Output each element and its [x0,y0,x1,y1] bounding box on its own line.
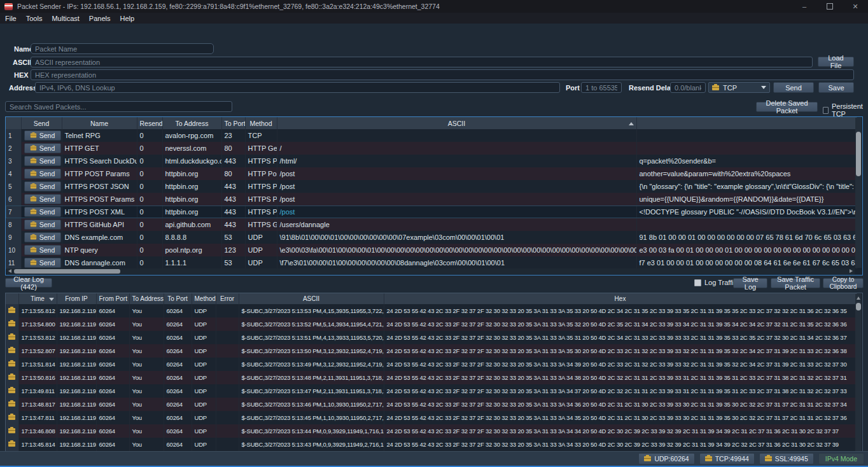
delete-saved-packet-button[interactable]: Delete Saved Packet [756,102,818,112]
send-cell[interactable]: Send [21,244,62,256]
menu-tools[interactable]: Tools [26,15,43,22]
row-send-button[interactable]: Send [24,156,61,166]
saved-vertical-scrollbar[interactable] [855,118,862,268]
cell-to-port[interactable]: 60264 [164,371,192,384]
cell-to-port[interactable]: 60264 [164,424,192,438]
cell-ascii[interactable]: /post [277,193,636,206]
cell-error[interactable] [216,331,239,344]
log-row[interactable]: 17:13:48.817192.168.2.11960264You60264UD… [6,398,857,411]
cell-to-port[interactable]: 60264 [164,438,192,451]
cell-from-port[interactable]: 60264 [96,398,129,411]
cell-from-ip[interactable]: 192.168.2.119 [57,331,96,344]
log-col-header-ascii[interactable]: ASCII [239,293,384,304]
packet-name-input[interactable] [31,43,214,54]
cell-time[interactable]: 17:13:52.807 [18,344,57,358]
cell-to-port[interactable]: 443 [221,180,245,193]
cell-method[interactable]: HTTPS Post [245,155,277,167]
send-cell[interactable]: Send [21,231,62,244]
cell-from-ip[interactable]: 192.168.2.119 [57,358,96,371]
cell-to-address[interactable]: api.github.com [162,218,221,231]
cell-time[interactable]: 17:13:55.812 [18,304,57,317]
cell-name[interactable]: DNS example.com [62,231,137,244]
log-row-icon-cell[interactable] [6,371,18,384]
cell-to-address[interactable]: 1.1.1.1 [162,256,221,269]
cell-to-port[interactable]: 60264 [164,411,192,424]
cell-from-port[interactable]: 60264 [96,371,129,384]
row-number[interactable]: 1 [6,129,21,142]
cell-ascii[interactable]: /html/ [277,155,636,167]
saved-col-header-ascii[interactable]: ASCII [277,117,636,129]
saved-packet-row[interactable]: 8SendHTTPS GitHub API0api.github.com443H… [6,218,857,231]
cell-to-port[interactable]: 53 [221,231,245,244]
port-input[interactable] [581,82,622,93]
cell-method[interactable]: UDP [192,411,216,424]
log-row-icon-cell[interactable] [6,438,18,451]
cell-name[interactable]: HTTPS GitHub API [62,218,137,231]
log-row[interactable]: 17:13:50.816192.168.2.11960264You60264UD… [6,371,857,384]
cell-ascii[interactable]: $-SUBC,3/27/2023 5:13:43 PM,0,9,3929,119… [239,438,384,451]
cell-time[interactable]: 17:13:46.808 [18,424,57,438]
traffic-log-table[interactable]: TimeFrom IPFrom PortTo AddressTo PortMet… [5,293,863,453]
log-row[interactable]: 17:13:47.811192.168.2.11960264You60264UD… [6,411,857,424]
cell-ascii[interactable]: $-SUBC,3/27/2023 5:13:49 PM,3,12,3932,11… [239,358,384,371]
log-row-icon-cell[interactable] [6,398,18,411]
saved-col-header-send[interactable]: Send [21,117,62,129]
log-col-header-method[interactable]: Method [192,293,216,304]
cell-ascii[interactable]: $-SUBC,3/27/2023 5:13:50 PM,3,12,3932,11… [239,344,384,358]
cell-method[interactable]: HTTPS Get [245,218,277,231]
cell-error[interactable] [216,358,239,371]
copy-to-clipboard-button[interactable]: Copy to Clipboard [823,278,864,288]
menu-panels[interactable]: Panels [89,15,111,22]
scrollbar-thumb[interactable] [856,132,861,176]
saved-packet-row[interactable]: 1SendTelnet RPG0avalon-rpg.com23TCP [6,129,857,142]
cell-to-port[interactable]: 60264 [164,331,192,344]
cell-time[interactable]: 17:13:45.814 [18,438,57,451]
cell-to-port[interactable]: 443 [221,206,245,218]
row-send-button[interactable]: Send [24,169,61,179]
log-row[interactable]: 17:13:53.812192.168.2.11960264You60264UD… [6,331,857,344]
cell-ascii[interactable]: $-SUBC,3/27/2023 5:13:53 PM,4,15,3935,11… [239,304,384,317]
row-number[interactable]: 8 [6,218,21,231]
row-send-button[interactable]: Send [24,245,61,255]
row-send-button[interactable]: Send [24,181,61,192]
cell-hex[interactable] [636,218,857,231]
saved-packet-row[interactable]: 4SendHTTP POST Params0httpbin.org80HTTP … [6,167,857,180]
cell-to-port[interactable]: 443 [221,155,245,167]
row-send-button[interactable]: Send [24,258,61,268]
cell-hex[interactable]: 24 2D 53 55 42 43 2C 33 2F 32 37 2F 32 3… [384,371,857,384]
saved-col-header-0[interactable] [6,117,21,129]
cell-hex[interactable]: another=value&param=with%20extra%20space… [636,167,857,180]
cell-hex[interactable]: 24 2D 53 55 42 43 2C 33 2F 32 37 2F 32 3… [384,398,857,411]
cell-resend[interactable]: 0 [137,218,162,231]
cell-to-address[interactable]: You [129,371,164,384]
row-number[interactable]: 4 [6,167,21,180]
load-file-button[interactable]: Load File [818,57,854,67]
cell-to-address[interactable]: You [129,438,164,451]
log-col-header-time[interactable]: Time [18,293,57,304]
ip-mode-button[interactable]: IPv4 Mode [818,453,864,464]
saved-col-header-method[interactable]: Method [245,117,277,129]
cell-error[interactable] [216,304,239,317]
row-send-button[interactable]: Send [24,220,61,230]
cell-time[interactable]: 17:13:50.816 [18,371,57,384]
cell-ascii[interactable]: $-SUBC,3/27/2023 5:13:48 PM,2,11,3931,11… [239,371,384,384]
saved-col-header-8[interactable] [636,117,857,129]
cell-time[interactable]: 17:13:49.811 [18,384,57,398]
cell-from-port[interactable]: 60264 [96,304,129,317]
cell-to-address[interactable]: httpbin.org [162,206,221,218]
cell-method[interactable]: HTTPS Post [245,206,277,218]
log-row[interactable]: 17:13:55.812192.168.2.11960264You60264UD… [6,304,857,317]
ascii-input[interactable] [31,57,813,67]
log-col-header-to-address[interactable]: To Address [129,293,164,304]
cell-hex[interactable]: 24 2D 53 55 42 43 2C 33 2F 32 37 2F 32 3… [384,424,857,438]
cell-method[interactable]: HTTPS Post [245,193,277,206]
cell-from-ip[interactable]: 192.168.2.119 [57,371,96,384]
log-col-header-to-port[interactable]: To Port [164,293,192,304]
saved-packet-row[interactable]: 11SendDNS dannagle.com01.1.1.153UDP\f7\e… [6,256,857,269]
udp-status-button[interactable]: UDP:60264 [638,453,694,464]
clear-log-button[interactable]: Clear Log (442) [5,278,52,288]
log-row-icon-cell[interactable] [6,411,18,424]
scrollbar-thumb[interactable] [14,269,120,274]
cell-ascii[interactable]: /post [277,180,636,193]
log-row-icon-cell[interactable] [6,424,18,438]
